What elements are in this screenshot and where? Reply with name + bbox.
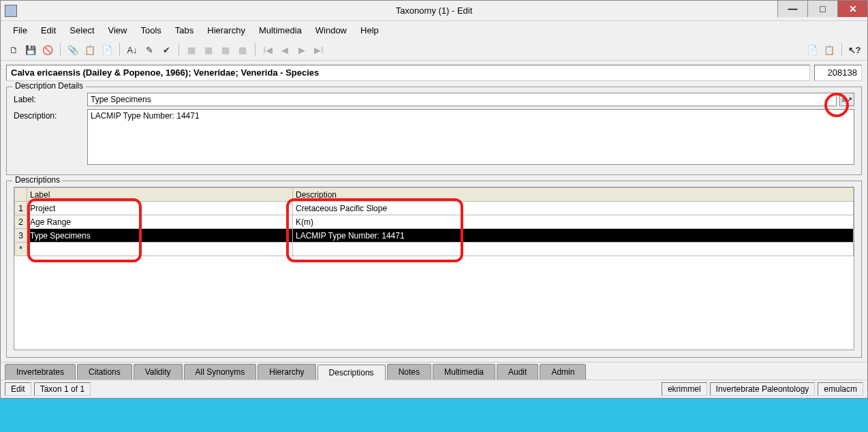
description-label: Description: — [14, 109, 87, 121]
breadcrumb: Calva ericaensis (Dailey & Popenoe, 1966… — [6, 65, 810, 81]
lookup-button[interactable]: ≡↗ — [839, 93, 854, 106]
last-icon: ▶I — [311, 42, 326, 57]
copy-icon[interactable]: 📄 — [805, 42, 820, 57]
titlebar: Taxonomy (1) - Edit — □ ✕ — [1, 1, 867, 21]
col-label[interactable]: Label — [27, 188, 293, 202]
status-mode: Edit — [5, 382, 31, 396]
cell-description[interactable]: LACMIP Type Number: 14471 — [293, 229, 854, 243]
menu-edit[interactable]: Edit — [34, 23, 63, 37]
status-user: ekrimmel — [662, 382, 707, 396]
description-textarea[interactable] — [87, 109, 854, 165]
description-details-group: Description Details Label: ≡↗ Descriptio… — [6, 87, 862, 175]
record-id: 208138 — [814, 65, 862, 81]
status-host: emulacm — [818, 382, 863, 396]
grid-corner — [15, 188, 27, 202]
prev-icon: ◀ — [277, 42, 292, 57]
maximize-button[interactable]: □ — [807, 1, 837, 17]
cell-label[interactable]: Project — [27, 202, 293, 215]
tab-hierarchy[interactable]: Hierarchy — [258, 364, 315, 380]
cell-label[interactable]: Type Specimens — [27, 229, 293, 243]
window-title: Taxonomy (1) - Edit — [1, 5, 867, 16]
menu-view[interactable]: View — [102, 23, 134, 37]
menubar: File Edit Select View Tools Tabs Hierarc… — [1, 21, 867, 40]
menu-tools[interactable]: Tools — [134, 23, 168, 37]
tab-all-synonyms[interactable]: All Synonyms — [184, 364, 257, 380]
tab-invertebrates[interactable]: Invertebrates — [5, 364, 76, 380]
menu-tabs[interactable]: Tabs — [168, 23, 200, 37]
insert-icon[interactable]: 📄 — [99, 42, 114, 57]
tab-admin[interactable]: Admin — [540, 364, 586, 380]
menu-multimedia[interactable]: Multimedia — [252, 23, 309, 37]
tabs-strip: Invertebrates Citations Validity All Syn… — [1, 362, 867, 380]
first-icon: I◀ — [260, 42, 275, 57]
descriptions-group: Descriptions Label Description 1 Project — [6, 181, 862, 358]
ditto-icon[interactable]: 📋 — [82, 42, 97, 57]
help-icon[interactable]: ↖? — [847, 42, 862, 57]
cell-description[interactable]: K(m) — [293, 215, 854, 229]
table-row[interactable]: 3 Type Specimens LACMIP Type Number: 144… — [15, 229, 854, 243]
grid1-icon: ▦ — [184, 42, 199, 57]
label-label: Label: — [14, 93, 87, 104]
new-icon[interactable]: 🗋 — [6, 42, 21, 57]
next-icon: ▶ — [294, 42, 309, 57]
grid-legend: Descriptions — [12, 175, 63, 185]
spell-icon[interactable]: ✔ — [159, 42, 174, 57]
toolbar: 🗋 💾 🚫 📎 📋 📄 A↓ ✎ ✔ ▦ ▦ ▦ ▦ I◀ ◀ ▶ ▶I 📄 📋… — [1, 40, 867, 61]
status-dept: Invertebrate Paleontology — [710, 382, 816, 396]
label-input[interactable] — [87, 93, 837, 106]
statusbar: Edit Taxon 1 of 1 ekrimmel Invertebrate … — [1, 380, 867, 398]
paste-icon[interactable]: 📋 — [822, 42, 837, 57]
menu-window[interactable]: Window — [309, 23, 354, 37]
menu-file[interactable]: File — [6, 23, 34, 37]
app-icon — [5, 5, 17, 17]
cancel-icon[interactable]: 🚫 — [40, 42, 55, 57]
sort-icon[interactable]: A↓ — [125, 42, 140, 57]
minimize-button[interactable]: — — [777, 1, 807, 17]
grid2-icon: ▦ — [201, 42, 216, 57]
tab-citations[interactable]: Citations — [77, 364, 132, 380]
menu-hierarchy[interactable]: Hierarchy — [200, 23, 252, 37]
tab-audit[interactable]: Audit — [497, 364, 538, 380]
menu-select[interactable]: Select — [63, 23, 101, 37]
cell-description[interactable]: Cretaceous Pacific Slope — [293, 202, 854, 215]
grid4-icon: ▦ — [235, 42, 250, 57]
grid3-icon: ▦ — [218, 42, 233, 57]
table-row[interactable]: 1 Project Cretaceous Pacific Slope — [15, 202, 854, 215]
menu-help[interactable]: Help — [354, 23, 386, 37]
edit-icon[interactable]: ✎ — [142, 42, 157, 57]
descriptions-table[interactable]: Label Description 1 Project Cretaceous P… — [14, 187, 854, 256]
status-record: Taxon 1 of 1 — [34, 382, 91, 396]
tab-multimedia[interactable]: Multimedia — [433, 364, 495, 380]
col-description[interactable]: Description — [293, 188, 854, 202]
save-icon[interactable]: 💾 — [23, 42, 38, 57]
table-row[interactable]: 2 Age Range K(m) — [15, 215, 854, 229]
cell-label[interactable]: Age Range — [27, 215, 293, 229]
tab-notes[interactable]: Notes — [387, 364, 431, 380]
attach-icon[interactable]: 📎 — [65, 42, 80, 57]
close-button[interactable]: ✕ — [837, 1, 867, 17]
tab-validity[interactable]: Validity — [134, 364, 183, 380]
table-new-row[interactable]: * — [15, 243, 854, 256]
tab-descriptions[interactable]: Descriptions — [317, 365, 386, 380]
details-legend: Description Details — [12, 81, 86, 91]
